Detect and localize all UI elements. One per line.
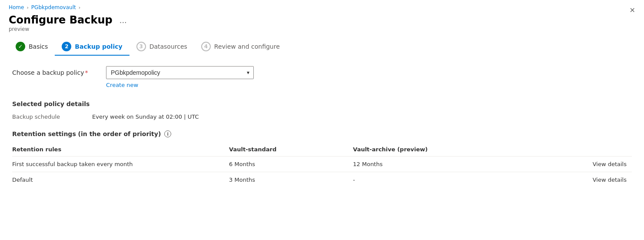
table-row: Default 3 Months - View details [12,172,632,188]
breadcrumb-home[interactable]: Home [9,4,24,10]
breadcrumb-sep-1: › [27,5,28,10]
row-1-archive: 12 Months [353,157,508,172]
tab-review-number: 4 [201,42,211,51]
backup-schedule-label: Backup schedule [12,113,82,120]
row-2-archive: - [353,172,508,188]
col-header-rules: Retention rules [12,143,229,157]
selected-policy-title: Selected policy details [12,100,632,107]
tab-datasources-label: Datasources [149,43,187,50]
policy-select-container: PGbkpdemopolicy ▾ [106,66,254,79]
retention-table: Retention rules Vault-standard Vault-arc… [12,143,632,187]
tab-backup-policy-label: Backup policy [75,43,122,50]
tab-datasources[interactable]: 3 Datasources [129,38,194,56]
retention-title: Retention settings (in the order of prio… [12,130,161,137]
table-row: First successful backup taken every mont… [12,157,632,172]
policy-select[interactable]: PGbkpdemopolicy [106,66,254,79]
tabs-row: ✓ Basics 2 Backup policy 3 Datasources 4… [0,38,644,56]
required-star: * [85,69,88,76]
col-header-action [508,143,632,157]
preview-label: preview [0,26,644,38]
policy-label: Choose a backup policy* [12,69,99,76]
tab-datasources-number: 3 [136,42,146,51]
page-container: ✕ Home › PGbkpdemovault › Configure Back… [0,0,644,240]
breadcrumb-vault[interactable]: PGbkpdemovault [31,4,76,10]
breadcrumb: Home › PGbkpdemovault › [0,0,644,12]
tab-basics[interactable]: ✓ Basics [9,38,55,56]
row-2-standard: 3 Months [229,172,353,188]
retention-header: Retention settings (in the order of prio… [12,130,632,137]
tab-basics-check: ✓ [16,42,25,51]
page-title: Configure Backup [9,14,113,26]
backup-schedule-row: Backup schedule Every week on Sunday at … [12,113,632,120]
retention-section: Retention settings (in the order of prio… [12,130,632,187]
more-options-button[interactable]: ... [117,15,129,26]
col-header-standard: Vault-standard [229,143,353,157]
tab-backup-policy[interactable]: 2 Backup policy [55,38,129,56]
close-button[interactable]: ✕ [630,6,635,14]
policy-form-row: Choose a backup policy* PGbkpdemopolicy … [12,66,632,79]
row-1-standard: 6 Months [229,157,353,172]
col-header-archive: Vault-archive (preview) [353,143,508,157]
breadcrumb-sep-2: › [79,5,80,10]
tab-backup-policy-number: 2 [62,42,71,51]
tab-review[interactable]: 4 Review and configure [194,38,287,56]
info-icon[interactable]: i [164,130,171,137]
row-2-rule: Default [12,172,229,188]
backup-schedule-value: Every week on Sunday at 02:00 | UTC [92,113,199,120]
row-1-view-details[interactable]: View details [508,157,632,172]
content-area: Choose a backup policy* PGbkpdemopolicy … [0,66,644,187]
create-new-link[interactable]: Create new [106,82,632,88]
row-2-view-details[interactable]: View details [508,172,632,188]
tab-review-label: Review and configure [214,43,280,50]
header-row: Configure Backup ... [0,12,644,26]
row-1-rule: First successful backup taken every mont… [12,157,229,172]
tab-basics-label: Basics [29,43,48,50]
